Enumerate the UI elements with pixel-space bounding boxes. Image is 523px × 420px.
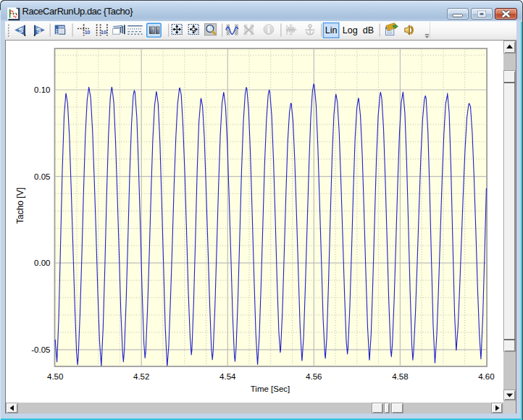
svg-text:10: 10 [85, 30, 91, 35]
svg-text:S: S [19, 26, 23, 34]
svg-text:Lin: Lin [325, 25, 338, 35]
svg-text:dB: dB [363, 25, 374, 35]
svg-text:10: 10 [101, 30, 106, 35]
svg-text:S: S [36, 26, 41, 34]
svg-text:Log: Log [343, 25, 358, 35]
